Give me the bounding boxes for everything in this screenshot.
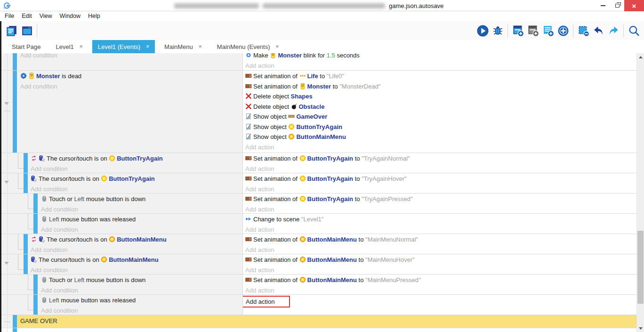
action[interactable]: Show object GameOver <box>245 112 636 122</box>
menu-help[interactable]: Help <box>84 11 104 21</box>
event-color-bar <box>24 173 28 193</box>
conditions-cell: Monster is deadAdd condition <box>1 71 242 153</box>
add-subevent-icon[interactable] <box>525 23 540 38</box>
condition-icon <box>20 72 27 79</box>
add-action-highlighted[interactable]: Add action <box>242 296 290 308</box>
open-project-elements-icon[interactable] <box>4 23 19 38</box>
add-other-event-icon[interactable] <box>555 23 571 38</box>
add-event-icon[interactable] <box>510 23 525 38</box>
comment-text[interactable]: GAME OVER <box>17 315 636 328</box>
action[interactable]: Change to scene "Level1" <box>245 214 636 225</box>
tab-level1-events[interactable]: Level1 (Events)× <box>92 40 155 53</box>
menu-window[interactable]: Window <box>56 11 84 21</box>
add-condition[interactable]: Add condition <box>41 285 242 295</box>
add-action[interactable]: Add action <box>245 225 636 234</box>
action[interactable]: Set animation of ButtonMainMenu to "Main… <box>245 255 636 265</box>
add-action[interactable]: Add action <box>245 245 636 254</box>
add-action[interactable]: Add action <box>245 265 636 275</box>
condition[interactable]: The cursor/touch is on ButtonTryAgain <box>31 174 242 184</box>
menu-file[interactable]: File <box>1 11 18 21</box>
object-name: ButtonTryAgain <box>307 155 354 162</box>
tab-mainmenu-events[interactable]: MainMenu (Events)× <box>211 40 285 53</box>
actions-cell: Set animation of ButtonMainMenu to "Main… <box>242 275 636 294</box>
cursor-touch-icon <box>39 235 45 242</box>
action[interactable]: Set animation of ButtonTryAgain to "TryA… <box>245 154 636 164</box>
add-action[interactable]: Add action <box>245 142 636 153</box>
action[interactable]: Set animation of ButtonTryAgain to "TryA… <box>245 194 636 204</box>
action[interactable]: Set animation of ButtonTryAgain to "TryA… <box>245 174 636 184</box>
condition[interactable]: Touch or Left mouse button is down <box>41 194 242 204</box>
action[interactable]: Show object ButtonTryAgain <box>245 122 636 132</box>
add-condition[interactable]: Add condition <box>41 306 242 315</box>
event-row: The cursor/touch is on ButtonTryAgainAdd… <box>1 173 636 194</box>
close-tab-icon[interactable]: × <box>276 43 279 50</box>
action[interactable]: Delete object Obstacle <box>245 102 636 112</box>
tab-start-page[interactable]: Start Page <box>6 40 46 53</box>
undo-icon[interactable] <box>591 23 606 38</box>
condition[interactable]: Left mouse button was released <box>41 214 242 225</box>
add-action[interactable]: Add action <box>245 285 636 295</box>
action[interactable]: Make Monster blink for 1.5 seconds <box>245 53 636 61</box>
add-comment-icon[interactable] <box>540 23 555 38</box>
action[interactable]: Set animation of ButtonMainMenu to "Main… <box>245 235 636 245</box>
condition[interactable]: The cursor/touch is on ButtonTryAgain <box>31 154 242 164</box>
add-condition[interactable]: Add condition <box>31 265 242 275</box>
delete-event-icon[interactable] <box>576 23 591 38</box>
action[interactable]: Set animation of Life to "Life0" <box>245 71 636 81</box>
add-action[interactable]: Add action <box>245 164 636 173</box>
add-condition[interactable]: Add condition <box>41 225 242 234</box>
open-window-icon[interactable] <box>19 23 34 38</box>
condition[interactable]: Monster is dead <box>20 71 242 81</box>
add-condition[interactable]: Add condition <box>31 184 242 194</box>
minimize-icon <box>601 5 605 6</box>
scroll-up-button[interactable] <box>637 53 644 61</box>
action[interactable]: Set animation of ButtonMainMenu to "Main… <box>245 275 636 285</box>
vertical-scrollbar[interactable] <box>636 53 644 332</box>
tab-mainmenu[interactable]: MainMenu× <box>159 40 208 53</box>
add-condition[interactable]: Add condition <box>20 81 242 92</box>
add-condition[interactable]: Add condition <box>31 164 242 173</box>
event-color-bar <box>33 295 38 315</box>
text: to <box>353 195 362 202</box>
parameter-value: "Life0" <box>327 73 344 80</box>
event-row: Monster is deadAdd conditionSet animatio… <box>1 71 636 153</box>
conditions-cell: The cursor/touch is on ButtonTryAgainAdd… <box>1 153 242 173</box>
event-row: The cursor/touch is on ButtonTryAgainAdd… <box>1 153 636 173</box>
add-condition[interactable]: Add condition <box>31 245 242 254</box>
condition[interactable]: The cursor/touch is on ButtonMainMenu <box>31 235 242 245</box>
close-tab-icon[interactable]: × <box>146 43 149 50</box>
event-color-bar <box>24 234 28 254</box>
menu-view[interactable]: View <box>36 11 56 21</box>
condition[interactable]: The cursor/touch is on ButtonMainMenu <box>31 255 242 265</box>
close-tab-icon[interactable]: × <box>80 43 83 50</box>
scrollbar-thumb[interactable] <box>637 231 644 304</box>
action[interactable]: Set animation of Monster to "MonsterDead… <box>245 81 636 92</box>
minimize-button[interactable] <box>596 0 610 11</box>
search-icon[interactable] <box>626 23 641 38</box>
close-tab-icon[interactable]: × <box>199 43 202 50</box>
parameter-value: "TryAgainNormal" <box>362 155 410 162</box>
conditions-cell: The cursor/touch is on ButtonTryAgainAdd… <box>1 173 242 193</box>
condition[interactable]: Touch or Left mouse button is down <box>41 275 242 285</box>
add-condition[interactable]: Add condition <box>20 53 242 61</box>
scroll-down-button[interactable] <box>637 324 644 332</box>
menu-edit[interactable]: Edit <box>18 11 36 21</box>
play-icon[interactable] <box>475 23 490 38</box>
tab-level1[interactable]: Level1× <box>50 40 88 53</box>
set-animation-icon <box>245 235 252 242</box>
add-action[interactable]: Add action <box>245 204 636 214</box>
life-icon <box>299 72 306 79</box>
redo-icon[interactable] <box>606 23 621 38</box>
condition[interactable]: Left mouse button was released <box>41 295 242 306</box>
add-condition[interactable]: Add condition <box>41 204 242 214</box>
restore-button[interactable] <box>610 0 624 11</box>
window-title: game.json.autosave <box>389 2 443 9</box>
action[interactable]: Delete object Shapes <box>245 91 636 102</box>
debug-icon[interactable] <box>490 23 505 38</box>
action[interactable]: Show object ButtonMainMenu <box>245 132 636 142</box>
add-action[interactable]: Add action <box>245 61 636 71</box>
close-button[interactable]: × <box>624 0 644 11</box>
text: Show object <box>253 133 288 140</box>
invert-icon <box>31 235 37 242</box>
add-action[interactable]: Add action <box>245 184 636 194</box>
